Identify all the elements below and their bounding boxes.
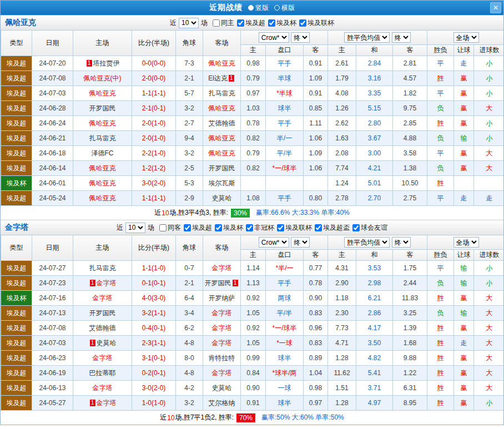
asian-odds-header: Crow* 终: [241, 235, 328, 250]
match-row: 埃及超24-07-27扎马雷克1-1(1-0)0-7金字塔1.14*半/一0.7…: [1, 261, 504, 276]
filter-checkbox-同主[interactable]: 同主: [213, 18, 234, 28]
score-cell: 3-0(2-0): [132, 381, 176, 396]
date-cell: 24-07-08: [32, 321, 73, 336]
result-cell: 平: [427, 261, 454, 276]
europe-draw-odds: 2.80: [356, 116, 393, 131]
europe-stage-select[interactable]: 终: [392, 237, 411, 248]
asian-home-odds: 1.03: [241, 101, 266, 116]
asian-line: 平手: [266, 116, 304, 131]
goals-result-cell: 小: [474, 276, 504, 291]
filter-checkbox-埃及联杯[interactable]: 埃及联杯: [277, 223, 312, 233]
home-team-cell: 扎马雷克: [73, 131, 132, 146]
asian-line: 平手: [266, 56, 304, 71]
europe-away-odds: 11.83: [393, 291, 427, 306]
asian-line: 平手: [266, 191, 304, 206]
europe-mean-select[interactable]: 胜平负均值: [344, 32, 390, 43]
filter-checkbox-埃及杯[interactable]: 埃及杯: [268, 18, 296, 28]
date-cell: 24-06-01: [32, 176, 73, 191]
odds-company-select[interactable]: Crow*: [259, 237, 289, 248]
scope-select[interactable]: 全场: [453, 237, 479, 248]
goals-result-cell: 小: [474, 261, 504, 276]
home-team-cell: 1金字塔: [73, 276, 132, 291]
result-cell: 胜: [427, 366, 454, 381]
league-cell: 埃及杯: [1, 291, 32, 306]
filter-checkbox-同客[interactable]: 同客: [159, 223, 181, 233]
checkbox-input[interactable]: [184, 224, 191, 231]
checkbox-input[interactable]: [277, 224, 284, 231]
europe-away-odds: 4.57: [393, 71, 427, 86]
sub-col-header: 盘口: [266, 250, 304, 261]
checkbox-input[interactable]: [213, 19, 220, 27]
team-name-text: 巴拉蒂耶: [89, 369, 116, 377]
europe-mean-select[interactable]: 胜平负均值: [344, 237, 390, 248]
filter-checkbox-埃及超盃[interactable]: 埃及超盃: [315, 223, 350, 233]
team-name-text: 开罗国民: [89, 104, 116, 112]
filter-checkbox-非冠杯[interactable]: 非冠杯: [246, 223, 274, 233]
checkbox-input[interactable]: [299, 19, 306, 27]
rounds-select[interactable]: 10: [125, 223, 145, 233]
scope-select[interactable]: 全场: [453, 32, 479, 43]
asian-line: 球半: [266, 396, 304, 411]
handicap-result-cell: 走: [454, 191, 474, 206]
checkbox-input[interactable]: [246, 224, 253, 231]
checkbox-input[interactable]: [159, 224, 167, 231]
corners-cell: 7-3: [176, 56, 203, 71]
checkbox-input[interactable]: [215, 224, 222, 231]
corners-cell: 2-9: [176, 191, 203, 206]
team-name-text: 佩哈亚克: [209, 59, 235, 67]
checkbox-input[interactable]: [237, 19, 244, 27]
asian-away-odds: 0.98: [304, 381, 328, 396]
team-name-text: 佩哈亚克: [89, 89, 116, 97]
handicap-result-cell: 赢: [454, 396, 474, 411]
checkbox-input[interactable]: [268, 19, 275, 27]
team-name-text: 金字塔: [212, 309, 232, 317]
corners-cell: 2-1: [176, 71, 203, 86]
filter-checkbox-球会友谊[interactable]: 球会友谊: [352, 223, 387, 233]
europe-draw-odds: 3.71: [356, 381, 393, 396]
home-team-cell: 佩哈亚克: [73, 116, 132, 131]
filter-bar: 近 10 场 同主埃及超埃及杯埃及联杯: [170, 18, 334, 28]
asian-line: 球半: [266, 101, 304, 116]
odds-company-select[interactable]: Crow*: [259, 32, 289, 43]
score-cell: 1-1(1-0): [132, 261, 176, 276]
asian-away-odds: 0.91: [304, 56, 328, 71]
europe-home-odds: 7.73: [328, 321, 356, 336]
col-header-away: 客场: [203, 31, 241, 56]
europe-draw-odds: 5.01: [356, 176, 393, 191]
team-name-text: 埃尔瓦斯: [209, 179, 235, 187]
team-name-text: 金字塔: [93, 294, 113, 302]
result-cell: 负: [427, 131, 454, 146]
corners-cell: 9-4: [176, 131, 203, 146]
handicap-result-cell: 赢: [454, 86, 474, 101]
europe-stage-select[interactable]: 终: [392, 32, 411, 43]
filter-checkbox-埃及超[interactable]: 埃及超: [237, 18, 265, 28]
goals-result-cell: 小: [474, 396, 504, 411]
match-row: 埃及超24-06-19巴拉蒂耶0-2(0-1)4-8金字塔0.84*球半/两1.…: [1, 366, 504, 381]
goals-result-cell: 小: [474, 116, 504, 131]
checkbox-input[interactable]: [315, 224, 322, 231]
filter-checkbox-埃及超[interactable]: 埃及超: [184, 223, 212, 233]
close-button[interactable]: ✕: [490, 2, 501, 13]
checkbox-input[interactable]: [352, 224, 360, 231]
red-card-badge: 1: [229, 75, 234, 82]
asian-odds-header: Crow* 终: [241, 31, 328, 45]
team-name-text: 史莫哈: [212, 194, 232, 202]
europe-away-odds: 3.25: [393, 306, 427, 321]
odds-stage-select[interactable]: 终: [291, 237, 310, 248]
summary-count: 10: [167, 414, 174, 422]
handicap-result-cell: 赢: [454, 161, 474, 176]
layout-radio-横版[interactable]: 横版: [274, 3, 295, 13]
filter-checkbox-埃及杯[interactable]: 埃及杯: [215, 223, 243, 233]
europe-away-odds: 1.39: [393, 321, 427, 336]
rounds-select[interactable]: 10: [179, 18, 199, 28]
match-row: 埃及超24-07-201塔拉贾伊0-0(0-0)7-3佩哈亚克0.98平手0.9…: [1, 56, 504, 71]
odds-stage-select[interactable]: 终: [291, 32, 310, 43]
away-team-cell: 开罗国民: [203, 161, 241, 176]
europe-away-odds: 1.75: [393, 261, 427, 276]
filter-checkbox-埃及联杯[interactable]: 埃及联杯: [299, 18, 334, 28]
away-team-cell: 埃尔瓦斯: [203, 176, 241, 191]
away-team-cell: 开罗国民1: [203, 276, 241, 291]
layout-radio-竖版[interactable]: 竖版: [248, 3, 269, 13]
team-name-text: 佩哈亚克: [209, 134, 235, 142]
asian-line: *一/球半: [266, 161, 304, 176]
